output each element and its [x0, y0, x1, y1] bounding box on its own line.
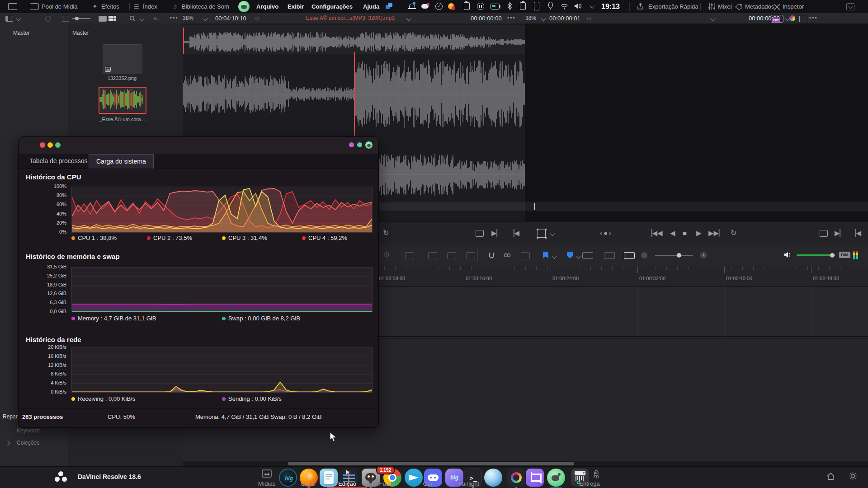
quick-export-button[interactable]: Exportação Rápida [648, 0, 698, 13]
position-lock-icon[interactable] [521, 252, 530, 259]
media-clip-image[interactable] [103, 44, 142, 74]
zoom-slider[interactable] [655, 255, 693, 256]
phone-icon[interactable] [534, 2, 539, 10]
zoom-custom-icon[interactable] [624, 252, 635, 259]
workspace-icon[interactable] [8, 3, 17, 10]
clip-title[interactable]: _Esse Ã© um cor...s(MP3_320K).mp3 [303, 13, 395, 23]
timeline-hscrollbar[interactable] [183, 461, 868, 466]
display-icon[interactable] [799, 16, 808, 22]
timeline-scrub-playhead[interactable] [534, 203, 535, 210]
more-options-icon[interactable]: ••• [170, 13, 179, 23]
sort-icon[interactable]: ≡↓ [153, 13, 159, 23]
snapping-magnet-icon[interactable] [488, 252, 495, 258]
keywords-section[interactable]: Keywords [17, 427, 41, 434]
microphone-icon[interactable] [548, 2, 553, 8]
trim-mode-icon[interactable]: ⟨|⟩ [384, 249, 389, 259]
panel-metadados[interactable]: Metadados [745, 0, 774, 13]
timecode-source[interactable]: 00:00:00:00 [471, 13, 502, 23]
selection-tool-icon[interactable] [538, 230, 546, 238]
page-tab-corte[interactable]: Corte [301, 480, 315, 487]
zoom-left-chevron[interactable] [203, 16, 208, 21]
play-reverse-button[interactable]: ◀ [670, 228, 675, 238]
viewer-playhead[interactable] [354, 52, 355, 136]
panel-mixer[interactable]: Mixer [718, 0, 732, 13]
media-clip-image-label[interactable]: 1323352.png [86, 75, 158, 81]
tab-tabela-de-processos[interactable]: Tabela de processos [22, 154, 94, 168]
usb-drive-icon[interactable] [520, 2, 526, 10]
flag-chevron[interactable] [552, 253, 557, 258]
home-button[interactable] [826, 472, 835, 480]
tray-expand-chevron[interactable] [590, 3, 594, 8]
page-tab-mídias[interactable]: Mídias [258, 480, 275, 487]
go-to-start-button[interactable]: ▕◀◀ [647, 228, 663, 238]
search-chevron[interactable] [139, 16, 144, 21]
window-titlebar[interactable] [19, 137, 378, 155]
view-list-icon[interactable] [99, 16, 107, 22]
next-clip-icon[interactable]: ▶▏ [835, 228, 845, 238]
zoom-level-right[interactable]: 38% [525, 13, 536, 23]
panel-collapse-button[interactable] [846, 3, 854, 10]
insert-clip-icon[interactable] [428, 252, 437, 259]
overview-playhead[interactable] [183, 28, 184, 54]
zoom-right-chevron[interactable] [541, 16, 546, 21]
media-clip-audio-label[interactable]: _Esse Ã© um cora... [86, 117, 158, 122]
menu-exibir[interactable]: Exibir [288, 0, 304, 13]
loop-icon-left[interactable]: ↻ [383, 228, 389, 238]
media-clip-audio[interactable] [99, 87, 146, 114]
dock-weather-icon[interactable] [484, 469, 502, 487]
wifi-icon[interactable] [561, 3, 568, 10]
proxy-icon[interactable]: PXY [771, 15, 783, 23]
active-app-icon[interactable] [238, 1, 250, 12]
discord-tray-icon[interactable] [421, 3, 429, 10]
tab-carga-do-sistema[interactable]: Carga do sistema [89, 154, 154, 169]
dock-telegram-icon[interactable] [405, 469, 423, 487]
dim-button[interactable]: DIM [839, 252, 850, 258]
minimize-button[interactable] [47, 142, 53, 148]
maximize-button[interactable] [55, 142, 61, 148]
notification-bell-icon[interactable] [408, 3, 416, 10]
timecode-right[interactable]: 00:00:00:01 [549, 13, 580, 23]
stop-button[interactable]: ■ [683, 228, 687, 238]
browser-tray-icon[interactable] [448, 3, 456, 10]
menu-configuracoes[interactable]: Configurações [311, 0, 353, 13]
workspaces-tray-icon[interactable] [386, 3, 393, 10]
search-icon[interactable] [129, 15, 136, 22]
timeline-more-icon[interactable]: ••• [809, 13, 818, 23]
hscrollbar-thumb[interactable] [288, 462, 574, 465]
panel-toggle-icon[interactable] [5, 16, 13, 22]
page-tab-fusion[interactable]: Fusion [379, 480, 396, 487]
close-button[interactable] [40, 142, 45, 148]
overwrite-clip-icon[interactable] [447, 252, 456, 259]
panel-pool-de-midia[interactable]: Pool de Mídia [42, 0, 78, 13]
note-icon[interactable] [62, 16, 69, 22]
selection-tool-chevron[interactable] [550, 231, 555, 236]
fit-viewer-icon[interactable] [476, 230, 484, 237]
audio-overview-strip[interactable] [183, 25, 525, 54]
viewer-options-icon[interactable]: ••• [507, 13, 516, 23]
speaker-icon[interactable] [784, 251, 792, 258]
audio-meter-icon[interactable] [853, 251, 858, 259]
menu-arquivo[interactable]: Arquivo [256, 0, 278, 13]
flag-marker-icon[interactable] [543, 252, 548, 258]
view-thumb-icon[interactable] [108, 16, 116, 21]
timeline-scrub-bar[interactable] [525, 201, 868, 211]
battery-icon[interactable] [491, 4, 500, 9]
collections-section[interactable]: Coleções [17, 440, 39, 446]
razor-icon[interactable] [405, 252, 414, 259]
jog-control[interactable]: ‹●› [600, 228, 613, 238]
next-frame-icon[interactable]: ▶▏ [491, 228, 502, 238]
zoom-in-button[interactable]: + [700, 252, 707, 258]
page-midias-icon[interactable] [262, 469, 272, 478]
panel-toggle-chevron[interactable] [16, 16, 21, 21]
page-tab-edição[interactable]: Edição [338, 480, 356, 487]
zoom-level-left[interactable]: 38% [183, 13, 193, 23]
dock-davinci-icon[interactable] [507, 469, 525, 487]
clip-title-chevron[interactable] [406, 16, 411, 21]
page-tab-cor[interactable]: Cor [423, 480, 433, 487]
system-monitor-window[interactable]: Tabela de processos Carga do sistema His… [18, 136, 379, 428]
collections-chevron[interactable] [5, 441, 10, 446]
dock-monitor-app-icon[interactable] [547, 469, 565, 487]
page-tab-entrega[interactable]: Entrega [579, 480, 600, 487]
sidebar-item-master[interactable]: Máster [13, 30, 30, 36]
dock-biglinux-icon[interactable]: big [279, 469, 297, 487]
